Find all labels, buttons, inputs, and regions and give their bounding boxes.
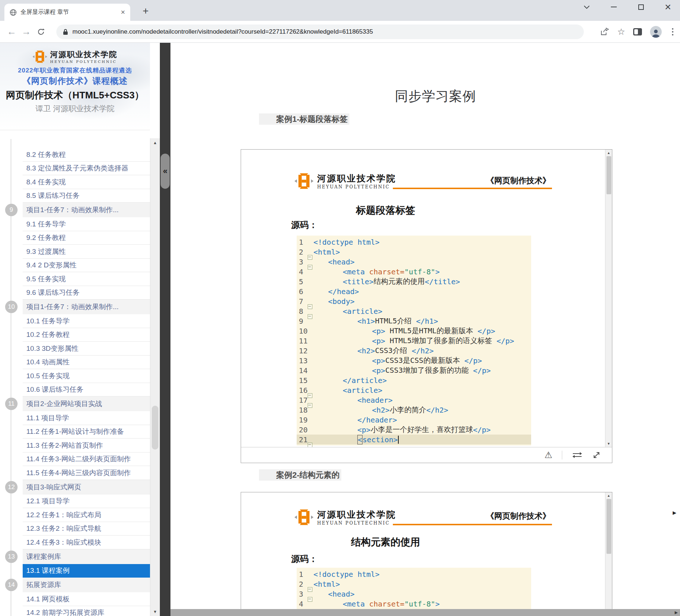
sidebar-item[interactable]: 10.5 任务实现 [0,369,150,383]
warning-icon[interactable]: ⚠ [544,451,552,459]
sidebar-item-label: 9.5 任务实现 [26,274,66,284]
sidebar-item[interactable]: 10.3 3D变形属性 [0,342,150,356]
page-area: 河源职业技术学院 HEYUAN POLYTECHNIC 2022年职业教育国家在… [0,43,680,616]
close-button[interactable]: × [663,2,673,12]
source-code-label: 源码： [291,553,318,565]
sidebar-item-label: 10.2 任务教程 [26,330,69,339]
code-line: 13<p>CSS3是CSS的最新版本 </p> [297,356,531,365]
sidebar-chapter-row[interactable]: 13课程案例库 [0,549,150,564]
side-panel-icon[interactable] [633,28,642,35]
sidebar-chapter-row[interactable]: 9项目1-任务7：动画效果制作... [0,203,150,217]
sidebar-item[interactable]: 8.5 课后练习任务 [0,189,150,203]
sidebar-item[interactable]: 11.3 任务2-网站首页制作 [0,439,150,452]
sidebar-item[interactable]: 12.4 任务3：响应式模块 [0,536,150,549]
sidebar-item[interactable]: 12.3 任务2：响应式导航 [0,522,150,536]
card-scrollbar[interactable]: ▲ [605,492,612,616]
sidebar-item[interactable]: 11.4 任务3-网站二级列表页面制作 [0,452,150,466]
chapter-number-badge: 10 [5,301,18,313]
sidebar-item[interactable]: 9.2 任务教程 [0,231,150,245]
sidebar-item[interactable]: 10.2 任务教程 [0,328,150,342]
code-line: 1<!doctype html> [297,569,531,579]
code-line: 21<section> [297,435,531,444]
sidebar-item[interactable]: 14.1 网页模板 [0,592,150,606]
doc-logo-group: 河源职业技术学院 HEYUAN POLYTECHNIC [294,172,396,190]
code-line: 4<meta charset="utf-8"> [297,267,531,277]
sidebar-item[interactable]: 10.4 动画属性 [0,356,150,369]
url-bar[interactable]: mooc1.xueyinonline.com/nodedetailcontrol… [56,25,584,39]
sidebar-item[interactable]: 9.6 课后练习任务 [0,286,150,300]
forward-button[interactable]: → [19,26,34,37]
sidebar-item[interactable]: 8.4 任务实现 [0,175,150,189]
school-logo-icon [33,50,47,64]
sidebar-divider-strip: « [160,43,170,616]
code-line: 14<p>CSS3增加了很多新的功能 </p> [297,365,531,375]
code-editor-screenshot: 1<!doctype html>2<html>3<head>4<meta cha… [297,236,531,446]
sidebar-item[interactable]: 9.4 2 D变形属性 [0,259,150,273]
case-1-heading: 案例1-标题段落标签 [259,113,349,125]
fullscreen-expand-icon[interactable] [592,451,601,459]
school-logo-icon [294,172,313,190]
share-icon[interactable] [600,28,609,36]
banner-slogan-1: 2022年职业教育国家在线精品课程遴选 [0,66,150,75]
chevron-down-icon[interactable] [582,2,591,12]
sidebar-chapter-row[interactable]: 11项目2-企业网站项目实战 [0,397,150,411]
sidebar-collapse-button[interactable]: « [161,154,170,189]
sidebar-item[interactable]: 9.3 过渡属性 [0,245,150,259]
card-scrollbar-thumb[interactable] [606,499,611,554]
case-2-card: 河源职业技术学院 HEYUAN POLYTECHNIC 《网页制作技术》 结构元… [241,492,612,616]
sidebar-item[interactable]: 14.2 前期学习拓展资源库 [0,606,150,616]
scroll-down-icon[interactable]: ▼ [150,609,160,614]
scroll-down-icon[interactable]: ▼ [605,442,612,446]
panel-expand-arrow-icon[interactable]: ▶ [673,510,676,515]
card-scrollbar[interactable]: ▲ ▼ [605,150,612,447]
scroll-up-icon[interactable]: ▲ [605,151,612,155]
source-code-label: 源码： [291,219,318,231]
swap-arrows-icon[interactable] [572,451,583,459]
lock-icon [63,29,68,35]
tab-close-icon[interactable]: × [121,8,125,16]
sidebar-item[interactable]: 11.1 项目导学 [0,411,150,425]
course-label: 《网页制作技术》 [486,175,551,186]
sidebar-item[interactable]: 10.1 任务导学 [0,314,150,328]
sidebar-chapter-row[interactable]: 10项目1-任务7：动画效果制作... [0,300,150,314]
sidebar-item[interactable]: 9.1 任务导学 [0,217,150,231]
sidebar-item[interactable]: 9.5 任务实现 [0,272,150,286]
chapter-number-badge: 14 [5,579,18,591]
sidebar-chapter-row[interactable]: 12项目3-响应式网页 [0,480,150,495]
horizontal-scrollbar[interactable]: ▶ [170,609,680,616]
profile-avatar[interactable] [650,26,662,38]
url-text[interactable]: mooc1.xueyinonline.com/nodedetailcontrol… [72,28,373,35]
scroll-up-icon[interactable]: ▲ [605,494,612,497]
card-scrollbar-thumb[interactable] [606,156,611,194]
course-title: 网页制作技术（HTML5+CSS3） [0,89,150,102]
reload-button[interactable] [34,27,48,36]
school-logo-row: 河源职业技术学院 HEYUAN POLYTECHNIC [0,49,150,64]
code-line: 19</header> [297,415,531,425]
bookmark-star-icon[interactable]: ☆ [617,27,625,37]
sidebar-item[interactable]: 8.3 定位属性及子元素伪类选择器 [0,162,150,176]
sidebar-item[interactable]: 11.5 任务4-网站三级内容页面制作 [0,466,150,480]
sidebar-item[interactable]: 10.6 课后练习任务 [0,383,150,397]
menu-kebab-icon[interactable] [672,31,673,33]
banner-slogan-2: 《网页制作技术》课程概述 [0,75,150,87]
new-tab-button[interactable]: + [143,5,149,17]
sidebar-item-label: 11.5 任务4-网站三级内容页面制作 [26,468,131,478]
scroll-up-icon[interactable]: ▲ [150,140,160,145]
sidebar-item[interactable]: 11.2 任务1-网站设计与制作准备 [0,425,150,439]
sidebar-scrollbar-thumb[interactable] [152,406,158,450]
sidebar-item-label: 11.2 任务1-网站设计与制作准备 [26,427,124,436]
sidebar-item[interactable]: 13.1 课程案例 [0,564,150,578]
sidebar-item[interactable]: 12.1 项目导学 [0,495,150,508]
minimize-button[interactable] [609,2,619,12]
sidebar-chapter-row[interactable]: 14拓展资源库 [0,578,150,592]
sidebar-item-label: 9.1 任务导学 [26,219,66,229]
maximize-button[interactable] [636,2,646,12]
case-2-heading: 案例2-结构元素的 [259,469,341,481]
scroll-right-icon[interactable]: ▶ [675,610,678,615]
sidebar-scrollbar[interactable]: ▲ ▼ [150,138,160,616]
course-banner: 河源职业技术学院 HEYUAN POLYTECHNIC 2022年职业教育国家在… [0,43,150,130]
sidebar-item[interactable]: 12.2 任务1：响应式布局 [0,508,150,522]
sidebar-item[interactable]: 8.2 任务教程 [0,148,150,162]
back-button[interactable]: ← [4,26,19,37]
browser-tab[interactable]: 全屏显示课程 章节 × [4,4,130,21]
